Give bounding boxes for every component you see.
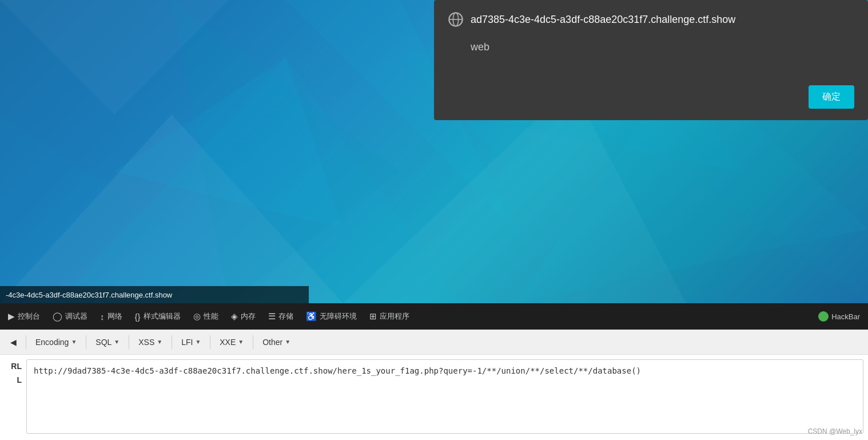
memory-icon: ◈ <box>231 311 238 322</box>
xss-arrow: ▼ <box>157 339 162 345</box>
left-arrow-icon: ◀ <box>10 338 17 347</box>
devtools-toolbar: ▶ 控制台 ◯ 调试器 ↕ 网络 {} 样式编辑器 ◎ 性能 ◈ 内存 ☰ 存储… <box>0 303 868 330</box>
other-button[interactable]: Other ▼ <box>257 334 296 350</box>
lfi-button[interactable]: LFI ▼ <box>176 334 206 350</box>
storage-icon: ☰ <box>268 311 276 322</box>
performance-label: 性能 <box>204 311 218 322</box>
devtools-item-hackbar[interactable]: HackBar <box>813 309 866 324</box>
sql-label: SQL <box>95 338 112 347</box>
debugger-icon: ◯ <box>53 311 62 322</box>
divider-3 <box>129 335 129 349</box>
divider-5 <box>210 335 210 349</box>
divider-2 <box>86 335 86 349</box>
xxe-arrow: ▼ <box>238 339 244 345</box>
input-labels: RL L <box>5 359 22 435</box>
globe-icon <box>448 11 464 27</box>
encoding-button[interactable]: Encoding ▼ <box>30 334 82 350</box>
extra-label: L <box>5 375 22 384</box>
other-arrow: ▼ <box>285 339 290 345</box>
console-icon: ▶ <box>8 311 15 322</box>
devtools-item-accessibility[interactable]: ♿ 无障碍环境 <box>300 309 363 324</box>
application-icon: ⊞ <box>369 311 377 322</box>
xss-label: XSS <box>138 338 154 347</box>
storage-label: 存储 <box>278 311 293 322</box>
url-bottom-strip: -4c3e-4dc5-a3df-c88ae20c31f7.challenge.c… <box>0 286 309 303</box>
url-bottom-text: -4c3e-4dc5-a3df-c88ae20c31f7.challenge.c… <box>6 291 172 299</box>
devtools-item-memory[interactable]: ◈ 内存 <box>225 309 261 324</box>
dialog-header: ad7385-4c3e-4dc5-a3df-c88ae20c31f7.chall… <box>448 11 854 27</box>
dialog-url: ad7385-4c3e-4dc5-a3df-c88ae20c31f7.chall… <box>471 14 735 26</box>
style-editor-icon: {} <box>135 312 141 322</box>
watermark-text: CSDN @Web_lyx <box>808 427 862 435</box>
network-icon: ↕ <box>100 312 105 322</box>
devtools-item-storage[interactable]: ☰ 存储 <box>262 309 299 324</box>
hackbar-logo-icon <box>818 311 829 322</box>
devtools-item-performance[interactable]: ◎ 性能 <box>188 309 224 324</box>
xss-button[interactable]: XSS ▼ <box>133 334 168 350</box>
xxe-button[interactable]: XXE ▼ <box>214 334 249 350</box>
dialog-content: web <box>448 37 854 58</box>
devtools-item-console[interactable]: ▶ 控制台 <box>2 309 46 324</box>
hackbar-toolbar: ◀ Encoding ▼ SQL ▼ XSS ▼ LFI ▼ XXE ▼ Oth… <box>0 330 868 355</box>
network-label: 网络 <box>107 311 122 322</box>
application-label: 应用程序 <box>380 311 409 322</box>
hackbar-label: HackBar <box>831 312 860 321</box>
hackbar-left-arrow[interactable]: ◀ <box>5 334 22 350</box>
divider-6 <box>253 335 253 349</box>
confirm-button[interactable]: 确定 <box>809 85 854 109</box>
dialog-footer: 确定 <box>809 85 854 109</box>
dialog-popup: ad7385-4c3e-4dc5-a3df-c88ae20c31f7.chall… <box>434 0 868 120</box>
divider-4 <box>172 335 172 349</box>
sql-arrow: ▼ <box>114 339 120 345</box>
devtools-item-application[interactable]: ⊞ 应用程序 <box>364 309 415 324</box>
debugger-label: 调试器 <box>65 311 87 322</box>
encoding-arrow: ▼ <box>71 339 77 345</box>
memory-label: 内存 <box>241 311 256 322</box>
accessibility-icon: ♿ <box>306 311 317 322</box>
url-label: RL <box>5 362 22 371</box>
encoding-label: Encoding <box>35 338 69 347</box>
other-label: Other <box>262 338 282 347</box>
style-editor-label: 样式编辑器 <box>144 311 181 322</box>
divider-1 <box>26 335 26 349</box>
url-input[interactable]: http://9dad7385-4c3e-4dc5-a3df-c88ae20c3… <box>26 359 863 434</box>
performance-icon: ◎ <box>193 311 201 322</box>
hackbar-input-area: RL L http://9dad7385-4c3e-4dc5-a3df-c88a… <box>0 355 868 440</box>
devtools-item-network[interactable]: ↕ 网络 <box>94 309 128 324</box>
sql-button[interactable]: SQL ▼ <box>90 334 125 350</box>
csdn-watermark: CSDN @Web_lyx <box>808 427 862 435</box>
devtools-item-debugger[interactable]: ◯ 调试器 <box>47 309 93 324</box>
console-label: 控制台 <box>18 311 40 322</box>
accessibility-label: 无障碍环境 <box>320 311 357 322</box>
xxe-label: XXE <box>220 338 236 347</box>
lfi-arrow: ▼ <box>195 339 201 345</box>
lfi-label: LFI <box>181 338 193 347</box>
devtools-item-style-editor[interactable]: {} 样式编辑器 <box>129 309 186 324</box>
